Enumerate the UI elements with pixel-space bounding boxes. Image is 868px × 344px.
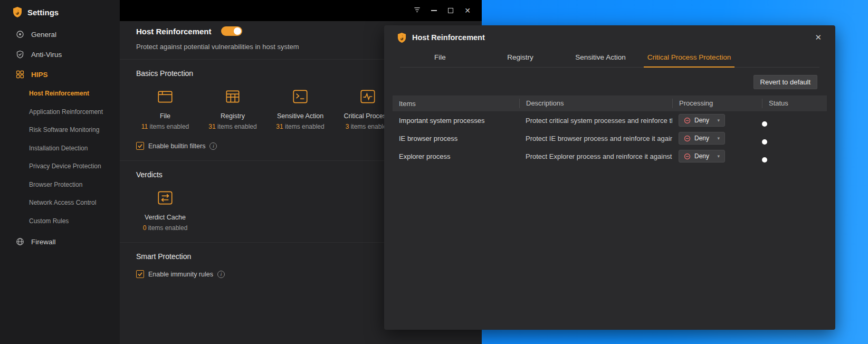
column-items: Items [393, 100, 519, 108]
sidebar-subitem-application-reinforcement[interactable]: Application Reinforcement [0, 103, 120, 121]
minimize-icon [431, 10, 437, 11]
immunity-rules-label: Enable immunity rules [148, 271, 213, 278]
terminal-icon [291, 99, 310, 108]
column-processing: Processing [672, 99, 762, 108]
revert-to-default-button[interactable]: Revert to default [753, 75, 817, 89]
toggle-knob [762, 139, 767, 145]
file-icon [156, 99, 175, 108]
subitem-label: Network Access Control [29, 199, 96, 206]
processing-dropdown[interactable]: Deny ▾ [679, 114, 725, 127]
subitem-label: Application Reinforcement [29, 108, 103, 116]
sidebar-subitem-risk-software-monitoring[interactable]: Risk Software Monitoring [0, 121, 120, 139]
sidebar-item-label: Firewall [31, 238, 56, 246]
immunity-rules-checkbox[interactable] [136, 270, 144, 278]
subitem-label: Browser Protection [29, 181, 82, 188]
card-count: 0 items enabled [136, 224, 194, 232]
card-verdict-cache[interactable]: Verdict Cache 0 items enabled [136, 188, 194, 232]
filter-icon [413, 6, 421, 16]
sidebar-subitem-host-reinforcement[interactable]: Host Reinforcement [0, 84, 120, 103]
host-reinforcement-toggle[interactable] [221, 26, 242, 36]
sidebar-item-firewall[interactable]: Firewall [0, 232, 120, 252]
card-count: 31 items enabled [271, 123, 329, 130]
sidebar-item-label: General [31, 31, 56, 39]
sidebar-subitem-privacy-device-protection[interactable]: Privacy Device Protection [0, 157, 120, 176]
chevron-down-icon: ▾ [717, 118, 720, 123]
host-reinforcement-dialog: Host Reinforcement ✕ File Registry Sensi… [384, 25, 835, 330]
row-item: IE browser process [393, 135, 519, 142]
chevron-down-icon: ▾ [717, 136, 720, 141]
processing-value: Deny [694, 135, 709, 142]
card-label: Sensitive Action [271, 112, 329, 120]
builtin-filters-checkbox[interactable] [136, 142, 144, 150]
page-title: Host Reinforcement [136, 27, 212, 36]
firewall-globe-icon [16, 237, 24, 246]
app-header: Settings [0, 0, 120, 24]
close-icon: ✕ [464, 6, 471, 15]
sidebar-item-hips[interactable]: HIPS [0, 64, 120, 84]
row-description: Protect critical system processes and re… [519, 117, 672, 125]
processing-value: Deny [694, 117, 709, 124]
subitem-label: Risk Software Monitoring [29, 126, 99, 133]
dialog-shield-icon [397, 32, 407, 43]
registry-icon [223, 99, 242, 108]
chevron-down-icon: ▾ [717, 154, 720, 159]
maximize-button[interactable] [442, 3, 459, 18]
anti-virus-icon [16, 50, 24, 59]
toggle-knob [762, 121, 767, 127]
card-file[interactable]: File 11 items enabled [136, 87, 194, 130]
subitem-label: Custom Rules [29, 217, 69, 225]
minimize-button[interactable] [425, 3, 442, 18]
row-item: Explorer process [393, 152, 519, 160]
deny-icon [684, 153, 691, 160]
titlebar: ✕ [120, 0, 482, 21]
pulse-icon [358, 99, 377, 108]
screen: Settings General Anti-Virus [0, 0, 868, 344]
maximize-icon [448, 8, 453, 13]
column-descriptions: Descriptions [519, 99, 672, 108]
sidebar-subitem-browser-protection[interactable]: Browser Protection [0, 176, 120, 194]
builtin-filters-label: Enable builtin filters [148, 142, 205, 150]
sidebar-item-anti-virus[interactable]: Anti-Virus [0, 44, 120, 64]
dialog-close-icon[interactable]: ✕ [812, 31, 825, 44]
row-description: Protect Explorer process and reinforce i… [519, 152, 672, 160]
sidebar-subitem-network-access-control[interactable]: Network Access Control [0, 194, 120, 212]
card-sensitive-action[interactable]: Sensitive Action 31 items enabled [271, 87, 329, 130]
sidebar: Settings General Anti-Virus [0, 0, 120, 344]
dialog-title: Host Reinforcement [412, 33, 485, 42]
tab-file[interactable]: File [400, 50, 480, 67]
sidebar-item-general[interactable]: General [0, 24, 120, 44]
info-icon[interactable]: i [209, 142, 217, 150]
processing-dropdown[interactable]: Deny ▾ [679, 132, 725, 145]
hips-grid-icon [16, 70, 24, 79]
tab-registry[interactable]: Registry [480, 50, 560, 67]
table-row: IE browser process Protect IE browser pr… [393, 129, 827, 147]
app-title: Settings [27, 8, 59, 17]
card-label: File [136, 112, 194, 120]
table-header: Items Descriptions Processing Status [393, 95, 827, 111]
row-item: Important system processes [393, 117, 519, 125]
card-registry[interactable]: Registry 31 items enabled [204, 87, 262, 130]
card-count: 31 items enabled [204, 123, 262, 130]
dialog-header: Host Reinforcement ✕ [384, 25, 835, 50]
sidebar-subitem-custom-rules[interactable]: Custom Rules [0, 212, 120, 231]
card-label: Verdict Cache [136, 214, 194, 221]
processing-dropdown[interactable]: Deny ▾ [679, 150, 725, 163]
close-button[interactable]: ✕ [459, 3, 476, 18]
tab-sensitive-action[interactable]: Sensitive Action [560, 50, 641, 67]
info-icon[interactable]: i [217, 271, 225, 278]
general-icon [16, 30, 24, 39]
card-count: 11 items enabled [136, 123, 194, 130]
toggle-knob [234, 27, 241, 35]
subitem-label: Installation Detection [29, 145, 88, 152]
card-label: Registry [204, 112, 262, 120]
subitem-label: Host Reinforcement [29, 90, 89, 97]
dialog-tabs: File Registry Sensitive Action Critical … [400, 50, 819, 68]
filter-icon-button[interactable] [408, 3, 425, 18]
deny-icon [684, 117, 691, 124]
subitem-label: Privacy Device Protection [29, 163, 101, 170]
toggle-knob [762, 157, 767, 163]
sidebar-subitem-installation-detection[interactable]: Installation Detection [0, 139, 120, 158]
table-row: Explorer process Protect Explorer proces… [393, 147, 827, 165]
tab-critical-process-protection[interactable]: Critical Process Protection [641, 50, 738, 67]
row-description: Protect IE browser process and reinforce… [519, 135, 672, 142]
